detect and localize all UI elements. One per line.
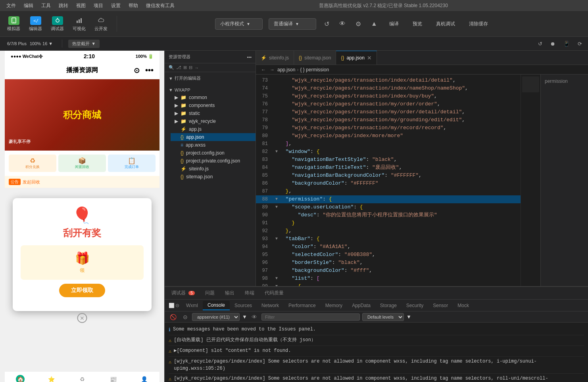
debug-tab-memory[interactable]: Memory — [321, 301, 347, 310]
folder-components[interactable]: 📁 components — [171, 101, 256, 109]
opened-editor-header[interactable]: 打开的编辑器 — [165, 74, 256, 82]
wxapp-section: WXAPP 📁 common 📁 components — [165, 84, 256, 183]
file-siteinfojs[interactable]: ⚡ siteinfo.js — [171, 165, 256, 173]
menu-edit[interactable]: 编辑 — [21, 1, 36, 10]
clear-console-btn[interactable]: 🚫 — [168, 313, 179, 321]
devtab-terminal[interactable]: 终端 — [240, 288, 259, 298]
cloud-button[interactable]: 云开发 — [91, 15, 111, 33]
back-btn[interactable]: ← — [260, 67, 267, 73]
phone-content[interactable]: 豪礼享不停 ♻积分兑换 📦闲置回收 📋完成订单 公告 — [5, 79, 159, 371]
clear-btn[interactable]: 清除缓存 — [465, 19, 492, 29]
svg-rect-5 — [77, 21, 78, 23]
explorer-header: 资源管理器 ••• — [165, 51, 256, 63]
devtab-debugger[interactable]: 调试器 5 — [167, 288, 200, 298]
refresh-button[interactable]: ↺ — [322, 18, 331, 30]
menu-file[interactable]: 文件 — [4, 1, 18, 10]
debug-tab-sensor[interactable]: Sensor — [428, 301, 453, 310]
debug-tab-console[interactable]: Console — [203, 301, 230, 310]
devtab-code-quality[interactable]: 代码质量 — [260, 288, 288, 298]
filter-icon: ⊝ — [181, 313, 190, 321]
scratch-btn[interactable]: 立即领取 — [59, 284, 105, 297]
code-line: 95 "selectedColor": "#00B388", — [256, 251, 521, 259]
menu-jump[interactable]: 跳转 — [56, 1, 71, 10]
more-options-icon[interactable]: ••• — [247, 55, 252, 59]
level-selector[interactable]: Default levels — [362, 313, 404, 321]
menu-settings[interactable]: 设置 — [109, 1, 123, 10]
folder-static[interactable]: 📁 static — [171, 109, 256, 117]
hotspot-button[interactable]: 热堂截开 ▼ — [68, 40, 100, 48]
debugger-button[interactable]: 调试器 — [48, 15, 67, 33]
menu-view[interactable]: 视图 — [74, 1, 88, 10]
debug-tab-network[interactable]: Network — [257, 301, 284, 310]
search-global-button[interactable]: ↺ — [536, 39, 544, 49]
scratch-close-btn[interactable]: ✕ — [77, 313, 87, 323]
forward-btn[interactable]: → — [269, 67, 276, 73]
nav-more-btn[interactable]: ••• — [145, 66, 154, 75]
devtab-output[interactable]: 输出 — [220, 288, 239, 298]
compile-mode-dropdown[interactable]: 小程序模式 ▼ — [215, 18, 263, 30]
menu-project[interactable]: 项目 — [91, 1, 106, 10]
eye-toggle[interactable]: 👁 — [250, 313, 259, 321]
target-selector[interactable]: appservice (#11) — [192, 313, 240, 321]
folder-common[interactable]: 📁 common — [171, 94, 256, 101]
menu-tools[interactable]: 工具 — [39, 1, 53, 10]
folder-wjyk[interactable]: 📁 wjyk_recycle — [171, 117, 256, 125]
settings-button[interactable]: ⚙ — [354, 18, 363, 30]
upload-button[interactable]: ▲ — [369, 18, 379, 29]
rotate-button[interactable]: ⟳ — [576, 39, 584, 49]
visualize-button[interactable]: 可视化 — [69, 15, 89, 33]
resource-manager-label: 资源管理器 — [169, 54, 190, 60]
collapse-arrow[interactable] — [274, 148, 279, 156]
debug-tab-security[interactable]: Security — [402, 301, 428, 310]
menu-help[interactable]: 帮助 — [126, 1, 140, 10]
debug-tab-performance[interactable]: Performance — [284, 301, 321, 310]
real-test-btn[interactable]: 真机调试 — [432, 19, 459, 29]
record-button[interactable]: ⏺ — [548, 39, 557, 49]
tab-recycle[interactable]: ♻ 垃圾分类 — [67, 375, 98, 382]
quick-btn-1[interactable]: ♻积分兑换 — [9, 155, 56, 172]
debug-tab-appdata[interactable]: AppData — [347, 301, 375, 310]
tab-exchange[interactable]: ⭐ 兑换商城 — [36, 375, 67, 382]
filter-input[interactable] — [261, 313, 360, 321]
collapse-arrow[interactable] — [274, 203, 279, 211]
wxapp-header[interactable]: WXAPP — [165, 86, 256, 94]
file-projectprivate[interactable]: {} project.private.config.json — [171, 157, 256, 165]
collapse-arrow[interactable] — [274, 275, 279, 283]
collapse-arrow[interactable] — [274, 195, 279, 203]
collapse-arrow[interactable] — [274, 235, 279, 243]
collapse-arrow[interactable] — [274, 283, 279, 286]
eye-button[interactable]: 👁 — [337, 18, 348, 29]
devtab-issues[interactable]: 问题 — [200, 288, 219, 298]
tab-news[interactable]: 📰 资讯中心 — [98, 375, 129, 382]
tab-profile[interactable]: 👤 我的 — [129, 375, 159, 382]
file-appjson[interactable]: {} app.json — [171, 133, 256, 141]
file-appjs[interactable]: ⚡ app.js — [171, 125, 256, 133]
file-sitemapjson[interactable]: {} sitemap.json — [171, 173, 256, 181]
json-file-icon: {} — [181, 174, 184, 180]
breadcrumb-file: app.json — [277, 67, 295, 73]
menu-wechat[interactable]: 微信发有工具 — [144, 1, 177, 10]
translate-dropdown[interactable]: 普通编译 ▼ — [269, 18, 316, 30]
quick-btn-3[interactable]: 📋完成订单 — [108, 155, 156, 172]
simulator-button[interactable]: 模拟器 — [4, 15, 23, 33]
tab-appjson[interactable]: {} app.json ✕ — [336, 51, 377, 65]
file-projectconfig[interactable]: {} project.config.json — [171, 149, 256, 157]
grid-icon: ⊞ — [183, 65, 187, 70]
code-line: 86 "backgroundColor": "#FFFFFF" — [256, 180, 521, 187]
tab-siteinfojs[interactable]: ⚡ siteinfo.js — [256, 51, 294, 65]
file-appwxss[interactable]: ≡ app.wxss — [171, 141, 256, 149]
debug-tab-wxml[interactable]: Wxml — [181, 301, 203, 310]
compile-btn[interactable]: 编译 — [385, 19, 403, 29]
preview-btn[interactable]: 预览 — [409, 19, 426, 29]
tab-close-btn[interactable]: ✕ — [367, 55, 372, 61]
debug-tab-storage[interactable]: Storage — [375, 301, 402, 310]
editor-button[interactable]: </> 编辑器 — [26, 15, 45, 33]
tab-sitemapjson[interactable]: {} sitemap.json — [294, 51, 336, 65]
quick-btn-2[interactable]: 📦闲置回收 — [58, 155, 106, 172]
tab-home[interactable]: 🏠 首页 — [5, 375, 36, 382]
zoom-selector[interactable]: 6/7/8 Plus 100% 16 ▼ — [4, 40, 56, 47]
phone-tab-bar: 🏠 首页 ⭐ 兑换商城 ♻ 垃圾分类 📰 资讯中心 👤 我的 — [5, 371, 159, 382]
phone-button[interactable]: 📱 — [561, 39, 572, 49]
debug-tab-mock[interactable]: Mock — [453, 301, 474, 310]
debug-tab-sources[interactable]: Sources — [230, 301, 257, 310]
